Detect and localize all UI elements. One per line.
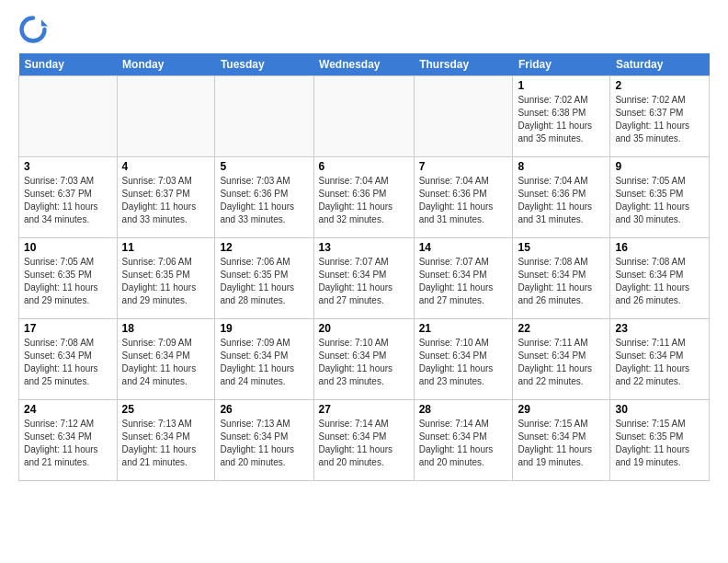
day-number: 27	[319, 403, 409, 416]
svg-marker-0	[41, 19, 48, 26]
day-number: 26	[220, 403, 308, 416]
day-info: Sunrise: 7:08 AM Sunset: 6:34 PM Dayligh…	[518, 256, 605, 307]
calendar-cell: 4Sunrise: 7:03 AM Sunset: 6:37 PM Daylig…	[117, 157, 215, 238]
page: SundayMondayTuesdayWednesdayThursdayFrid…	[0, 0, 728, 490]
day-info: Sunrise: 7:07 AM Sunset: 6:34 PM Dayligh…	[319, 256, 409, 307]
calendar-week-3: 10Sunrise: 7:05 AM Sunset: 6:35 PM Dayli…	[19, 238, 710, 319]
day-number: 13	[319, 241, 409, 254]
calendar-cell: 7Sunrise: 7:04 AM Sunset: 6:36 PM Daylig…	[414, 157, 513, 238]
day-info: Sunrise: 7:03 AM Sunset: 6:36 PM Dayligh…	[220, 175, 308, 226]
calendar-cell: 16Sunrise: 7:08 AM Sunset: 6:34 PM Dayli…	[610, 238, 710, 319]
day-number: 14	[419, 241, 508, 254]
day-number: 10	[24, 241, 112, 254]
day-number: 16	[615, 241, 704, 254]
day-number: 12	[220, 241, 308, 254]
weekday-header-sunday: Sunday	[19, 53, 118, 76]
day-info: Sunrise: 7:15 AM Sunset: 6:35 PM Dayligh…	[615, 418, 704, 469]
calendar-cell	[117, 76, 215, 157]
day-number: 19	[220, 322, 308, 335]
weekday-header-saturday: Saturday	[610, 53, 710, 76]
day-number: 23	[615, 322, 704, 335]
day-info: Sunrise: 7:08 AM Sunset: 6:34 PM Dayligh…	[615, 256, 704, 307]
calendar-week-5: 24Sunrise: 7:12 AM Sunset: 6:34 PM Dayli…	[19, 400, 710, 481]
calendar-cell: 27Sunrise: 7:14 AM Sunset: 6:34 PM Dayli…	[313, 400, 414, 481]
calendar-week-1: 1Sunrise: 7:02 AM Sunset: 6:38 PM Daylig…	[19, 76, 710, 157]
calendar-week-4: 17Sunrise: 7:08 AM Sunset: 6:34 PM Dayli…	[19, 319, 710, 400]
calendar-cell: 3Sunrise: 7:03 AM Sunset: 6:37 PM Daylig…	[19, 157, 118, 238]
calendar-cell: 28Sunrise: 7:14 AM Sunset: 6:34 PM Dayli…	[414, 400, 513, 481]
day-info: Sunrise: 7:10 AM Sunset: 6:34 PM Dayligh…	[419, 337, 508, 388]
day-info: Sunrise: 7:06 AM Sunset: 6:35 PM Dayligh…	[122, 256, 210, 307]
calendar-cell: 23Sunrise: 7:11 AM Sunset: 6:34 PM Dayli…	[610, 319, 710, 400]
calendar-cell: 30Sunrise: 7:15 AM Sunset: 6:35 PM Dayli…	[610, 400, 710, 481]
day-info: Sunrise: 7:02 AM Sunset: 6:37 PM Dayligh…	[615, 94, 704, 145]
calendar-cell: 13Sunrise: 7:07 AM Sunset: 6:34 PM Dayli…	[313, 238, 414, 319]
calendar-cell: 12Sunrise: 7:06 AM Sunset: 6:35 PM Dayli…	[215, 238, 313, 319]
calendar-cell: 24Sunrise: 7:12 AM Sunset: 6:34 PM Dayli…	[19, 400, 118, 481]
weekday-header-thursday: Thursday	[414, 53, 513, 76]
day-info: Sunrise: 7:15 AM Sunset: 6:34 PM Dayligh…	[518, 418, 605, 469]
day-number: 25	[122, 403, 210, 416]
day-info: Sunrise: 7:02 AM Sunset: 6:38 PM Dayligh…	[518, 94, 605, 145]
calendar-cell: 22Sunrise: 7:11 AM Sunset: 6:34 PM Dayli…	[513, 319, 610, 400]
calendar-cell: 26Sunrise: 7:13 AM Sunset: 6:34 PM Dayli…	[215, 400, 313, 481]
day-number: 20	[319, 322, 409, 335]
calendar-cell: 11Sunrise: 7:06 AM Sunset: 6:35 PM Dayli…	[117, 238, 215, 319]
day-number: 18	[122, 322, 210, 335]
day-info: Sunrise: 7:14 AM Sunset: 6:34 PM Dayligh…	[319, 418, 409, 469]
header	[18, 15, 710, 44]
day-info: Sunrise: 7:04 AM Sunset: 6:36 PM Dayligh…	[419, 175, 508, 226]
day-number: 9	[615, 160, 704, 173]
day-info: Sunrise: 7:03 AM Sunset: 6:37 PM Dayligh…	[122, 175, 210, 226]
day-number: 5	[220, 160, 308, 173]
weekday-header-tuesday: Tuesday	[215, 53, 313, 76]
day-number: 6	[319, 160, 409, 173]
logo	[18, 15, 50, 44]
day-number: 3	[24, 160, 112, 173]
day-number: 4	[122, 160, 210, 173]
day-info: Sunrise: 7:11 AM Sunset: 6:34 PM Dayligh…	[518, 337, 605, 388]
weekday-header-wednesday: Wednesday	[313, 53, 414, 76]
calendar-cell: 10Sunrise: 7:05 AM Sunset: 6:35 PM Dayli…	[19, 238, 118, 319]
calendar-cell: 15Sunrise: 7:08 AM Sunset: 6:34 PM Dayli…	[513, 238, 610, 319]
weekday-header-friday: Friday	[513, 53, 610, 76]
calendar: SundayMondayTuesdayWednesdayThursdayFrid…	[18, 53, 710, 481]
day-number: 7	[419, 160, 508, 173]
calendar-cell	[19, 76, 118, 157]
day-info: Sunrise: 7:13 AM Sunset: 6:34 PM Dayligh…	[220, 418, 308, 469]
day-number: 28	[419, 403, 508, 416]
calendar-header-row: SundayMondayTuesdayWednesdayThursdayFrid…	[19, 53, 710, 76]
day-info: Sunrise: 7:05 AM Sunset: 6:35 PM Dayligh…	[24, 256, 112, 307]
calendar-cell: 2Sunrise: 7:02 AM Sunset: 6:37 PM Daylig…	[610, 76, 710, 157]
weekday-header-monday: Monday	[117, 53, 215, 76]
day-info: Sunrise: 7:04 AM Sunset: 6:36 PM Dayligh…	[319, 175, 409, 226]
day-info: Sunrise: 7:10 AM Sunset: 6:34 PM Dayligh…	[319, 337, 409, 388]
day-info: Sunrise: 7:12 AM Sunset: 6:34 PM Dayligh…	[24, 418, 112, 469]
day-number: 22	[518, 322, 605, 335]
calendar-cell: 20Sunrise: 7:10 AM Sunset: 6:34 PM Dayli…	[313, 319, 414, 400]
day-info: Sunrise: 7:06 AM Sunset: 6:35 PM Dayligh…	[220, 256, 308, 307]
day-info: Sunrise: 7:09 AM Sunset: 6:34 PM Dayligh…	[122, 337, 210, 388]
day-number: 8	[518, 160, 605, 173]
day-number: 21	[419, 322, 508, 335]
calendar-cell: 1Sunrise: 7:02 AM Sunset: 6:38 PM Daylig…	[513, 76, 610, 157]
day-number: 24	[24, 403, 112, 416]
calendar-cell: 18Sunrise: 7:09 AM Sunset: 6:34 PM Dayli…	[117, 319, 215, 400]
day-number: 2	[615, 79, 704, 92]
day-info: Sunrise: 7:13 AM Sunset: 6:34 PM Dayligh…	[122, 418, 210, 469]
day-number: 11	[122, 241, 210, 254]
day-info: Sunrise: 7:11 AM Sunset: 6:34 PM Dayligh…	[615, 337, 704, 388]
day-info: Sunrise: 7:03 AM Sunset: 6:37 PM Dayligh…	[24, 175, 112, 226]
day-number: 29	[518, 403, 605, 416]
day-info: Sunrise: 7:04 AM Sunset: 6:36 PM Dayligh…	[518, 175, 605, 226]
calendar-cell: 19Sunrise: 7:09 AM Sunset: 6:34 PM Dayli…	[215, 319, 313, 400]
calendar-cell: 21Sunrise: 7:10 AM Sunset: 6:34 PM Dayli…	[414, 319, 513, 400]
calendar-cell	[313, 76, 414, 157]
calendar-cell	[215, 76, 313, 157]
day-info: Sunrise: 7:07 AM Sunset: 6:34 PM Dayligh…	[419, 256, 508, 307]
day-info: Sunrise: 7:05 AM Sunset: 6:35 PM Dayligh…	[615, 175, 704, 226]
calendar-cell: 5Sunrise: 7:03 AM Sunset: 6:36 PM Daylig…	[215, 157, 313, 238]
calendar-cell: 9Sunrise: 7:05 AM Sunset: 6:35 PM Daylig…	[610, 157, 710, 238]
logo-icon	[18, 15, 48, 44]
day-info: Sunrise: 7:09 AM Sunset: 6:34 PM Dayligh…	[220, 337, 308, 388]
